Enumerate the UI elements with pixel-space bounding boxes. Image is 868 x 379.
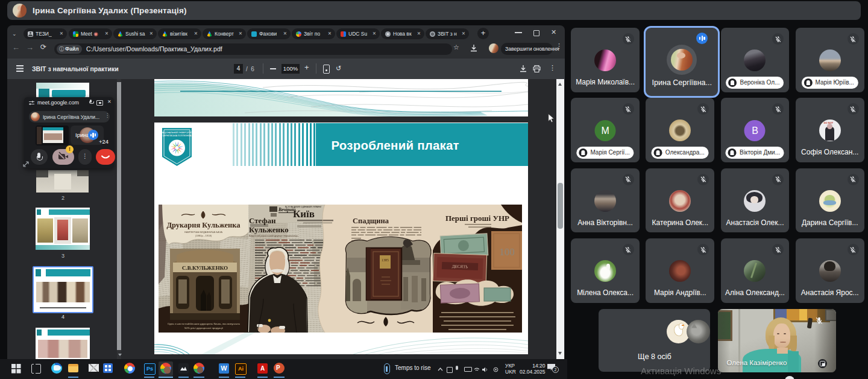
svg-text:100: 100	[499, 246, 515, 258]
svg-text:50% усієї друкарської продукці: 50% усієї друкарської продукції	[184, 326, 224, 330]
svg-text:С.В.КУЛЬЖЕНКО: С.В.КУЛЬЖЕНКО	[182, 265, 228, 271]
svg-text:Спадщина: Спадщина	[353, 217, 389, 225]
svg-text:Друкарня Кульженка: Друкарня Кульженка	[166, 221, 241, 229]
svg-text:1385: 1385	[382, 258, 389, 262]
svg-text:Одна з шести найбільших друкар: Одна з шести найбільших друкарень Києва,…	[168, 322, 241, 325]
svg-text:НАЙПЕРША ВИДАВНИЧА БАЗА: НАЙПЕРША ВИДАВНИЧА БАЗА	[184, 231, 222, 234]
svg-text:ДЕСЯТЬ: ДЕСЯТЬ	[452, 264, 468, 270]
svg-text:Стефан: Стефан	[249, 216, 276, 225]
svg-text:Київ: Київ	[293, 208, 315, 220]
svg-text:Видатний український друкар і: Видатний український друкар і підприємец…	[249, 234, 298, 237]
svg-text:Кульженко: Кульженко	[249, 225, 289, 234]
svg-text:ЧЕРНІГІВСЬКА ПОЛІТЕХНІКА: ЧЕРНІГІВСЬКА ПОЛІТЕХНІКА	[163, 135, 192, 137]
svg-text:Перші гроші УНР: Перші гроші УНР	[445, 214, 509, 223]
svg-text:(1880р - 1918): (1880р - 1918)	[195, 234, 212, 237]
svg-text:НАЦІОНАЛЬНИЙ УНІВЕРСИТЕТ: НАЦІОНАЛЬНИЙ УНІВЕРСИТЕТ	[162, 132, 192, 134]
